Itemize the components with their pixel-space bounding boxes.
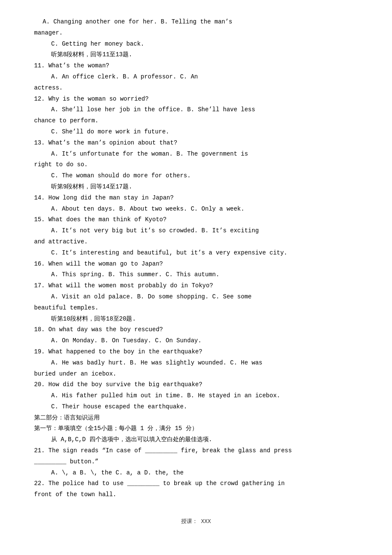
content-line: C. She’ll do more work in future. (34, 127, 358, 137)
content-line: 第二部分：语言知识运用 (34, 413, 358, 423)
content-line: 15. What does the man think of Kyoto? (34, 215, 358, 225)
content-line: C. It’s interesting and beautiful, but i… (34, 248, 358, 258)
content-line: front of the town hall. (34, 490, 358, 500)
content-line: A. She’ll lose her job in the office. B.… (34, 105, 358, 115)
content-line: A. About ten days. B. About two weeks. C… (34, 204, 358, 214)
content-line: A. Changing another one for her. B. Tell… (34, 17, 358, 27)
content-line: 12. Why is the woman so worried? (34, 94, 358, 104)
content-line: chance to perform. (34, 116, 358, 126)
content-line: 19. What happened to the boy in the eart… (34, 347, 358, 357)
content-line: C. Their house escaped the earthquake. (34, 402, 358, 412)
content-line: A. An office clerk. B. A professor. C. A… (34, 72, 358, 82)
content-line: 17. What will the women most probably do… (34, 281, 358, 291)
content-line: 16. When will the woman go to Japan? (34, 259, 358, 269)
content-line: _________ button.” (34, 457, 358, 467)
content-line: A. On Monday. B. On Tuesday. C. On Sunda… (34, 336, 358, 346)
content-line: 第一节：单项填空（全15小题；每小题 1 分，满分 15 分） (34, 424, 358, 434)
content-line: 20. How did the boy survive the big eart… (34, 380, 358, 390)
content-line: 听第9段材料，回等14至17题. (34, 182, 358, 192)
footer-text: 授课： XXX (34, 517, 358, 526)
content-line: A. He was badly hurt. B. He was slightly… (34, 358, 358, 368)
content-line: A. This spring. B. This summer. C. This … (34, 270, 358, 280)
content-line: 听第10段材料，回等18至20题. (34, 314, 358, 324)
content-line: C. The woman should do more for others. (34, 171, 358, 181)
content-line: 11. What’s the woman? (34, 61, 358, 71)
content-line: A. His father pulled him out in time. B.… (34, 391, 358, 401)
content-line: C. Getting her money back. (34, 39, 358, 49)
main-content: A. Changing another one for her. B. Tell… (34, 17, 358, 500)
content-line: 从 A,B,C,D 四个选项中，选出可以填入空白处的最佳选项. (34, 435, 358, 445)
content-line: 21. The sign reads “In case of _________… (34, 446, 358, 456)
content-line: beautiful temples. (34, 303, 358, 313)
content-line: A. It’s not very big but it’s so crowded… (34, 226, 358, 236)
content-line: A. It’s unfortunate for the woman. B. Th… (34, 149, 358, 159)
content-line: buried under an icebox. (34, 369, 358, 379)
content-line: 22. The police had to use _________ to b… (34, 479, 358, 489)
content-line: A. Visit an old palace. B. Do some shopp… (34, 292, 358, 302)
content-line: and attractive. (34, 237, 358, 247)
content-line: 18. On what day was the boy rescued? (34, 325, 358, 335)
content-line: manager. (34, 28, 358, 38)
content-line: 听第8段材料，回等11至13题. (34, 50, 358, 60)
content-line: right to do so. (34, 160, 358, 170)
content-line: 14. How long did the man stay in Japan? (34, 193, 358, 203)
content-line: A. \, a B. \, the C. a, a D. the, the (34, 468, 358, 478)
content-line: 13. What’s the man’s opinion about that? (34, 138, 358, 148)
content-line: actress. (34, 83, 358, 93)
